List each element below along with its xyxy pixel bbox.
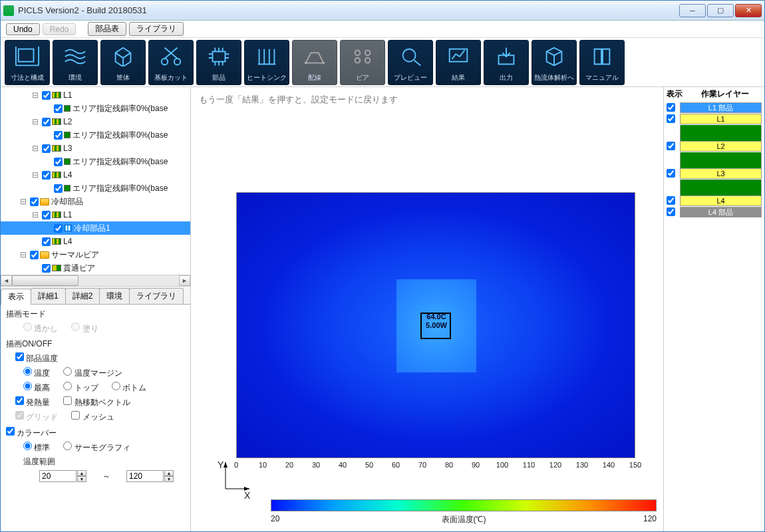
tree-node[interactable]: 貫通ビア: [1, 261, 190, 275]
tree-checkbox[interactable]: [42, 237, 51, 246]
tree-node[interactable]: エリア指定残銅率0%(base: [1, 155, 190, 168]
tree-checkbox[interactable]: [42, 211, 51, 219]
spin-up-icon[interactable]: ▲: [164, 470, 174, 476]
ribbon-parts[interactable]: 部品: [196, 40, 241, 85]
colorbar-title: 表面温度(℃): [442, 514, 486, 525]
bottom-radio[interactable]: [112, 382, 120, 390]
heat-vector-checkbox[interactable]: [63, 396, 72, 405]
heatmap[interactable]: 64.0C 5.00W: [236, 192, 635, 458]
ribbon-heatsink[interactable]: ヒートシンク: [244, 40, 289, 85]
tree-grn-icon: [64, 158, 71, 165]
tree-node[interactable]: ⊟L2: [1, 115, 190, 128]
ribbon-dimensions[interactable]: 寸法と構成: [5, 40, 50, 85]
titlebar[interactable]: PICLS Version2 - Build 20180531 ─ ▢ ✕: [1, 1, 764, 21]
minimize-button[interactable]: ─: [679, 4, 706, 17]
colorbar-checkbox[interactable]: [6, 427, 15, 436]
tree-node[interactable]: ⊟L1: [1, 88, 190, 102]
part-temp-checkbox[interactable]: [15, 352, 24, 361]
ribbon-environment[interactable]: 環境: [53, 40, 98, 85]
ribbon-output[interactable]: 出力: [484, 40, 529, 85]
layer-checkbox[interactable]: [667, 207, 675, 216]
ribbon-result[interactable]: 結果: [436, 40, 481, 85]
layer-item[interactable]: L1: [680, 114, 762, 124]
tree-node[interactable]: 冷却部品1: [1, 221, 190, 235]
undo-button[interactable]: Undo: [6, 23, 40, 35]
tree-checkbox[interactable]: [54, 131, 63, 140]
tree-node[interactable]: エリア指定残銅率0%(base: [1, 182, 190, 195]
layer-item[interactable]: L4: [680, 196, 762, 206]
tab-1[interactable]: 詳細1: [31, 288, 66, 304]
ribbon-preview[interactable]: プレビュー: [388, 40, 433, 85]
ribbon-label: 環境: [69, 73, 82, 82]
tree-twisty-icon[interactable]: ⊟: [30, 117, 41, 126]
tree-twisty-icon[interactable]: ⊟: [30, 170, 41, 180]
range-lo-input[interactable]: [39, 470, 76, 482]
tree-checkbox[interactable]: [42, 144, 51, 153]
tree-checkbox[interactable]: [30, 198, 39, 206]
tree-checkbox[interactable]: [54, 184, 63, 193]
tree-twisty-icon[interactable]: ⊟: [30, 210, 41, 219]
library-button[interactable]: ライブラリ: [129, 22, 184, 36]
tree-node[interactable]: ⊟L4: [1, 168, 190, 182]
layer-checkbox[interactable]: [667, 169, 675, 178]
ribbon-board-cut[interactable]: 基板カット: [148, 40, 194, 85]
tree-checkbox[interactable]: [30, 251, 39, 259]
tree-checkbox[interactable]: [54, 224, 63, 233]
tree-twisty-icon[interactable]: ⊟: [30, 144, 41, 153]
heat-checkbox[interactable]: [15, 396, 24, 405]
maximize-button[interactable]: ▢: [707, 4, 734, 17]
layer-item[interactable]: L1 部品: [680, 102, 762, 113]
tree-hscrollbar[interactable]: ◄ ►: [1, 275, 190, 286]
layer-checkbox[interactable]: [667, 196, 675, 205]
tab-4[interactable]: ライブラリ: [129, 288, 184, 304]
tree-node[interactable]: ⊟L1: [1, 208, 190, 221]
tree-node[interactable]: ⊟サーマルビア: [1, 248, 190, 261]
top-radio[interactable]: [63, 382, 72, 390]
tab-0[interactable]: 表示: [1, 289, 31, 305]
tree-twisty-icon[interactable]: ⊟: [30, 90, 41, 100]
parts-list-button[interactable]: 部品表: [88, 22, 126, 36]
ribbon-label: 結果: [452, 73, 465, 82]
tab-2[interactable]: 詳細2: [65, 288, 100, 304]
tree-checkbox[interactable]: [42, 171, 51, 180]
spin-down-icon[interactable]: ▼: [164, 476, 174, 482]
spin-up-icon[interactable]: ▲: [77, 470, 86, 476]
layer-checkbox[interactable]: [667, 114, 675, 123]
tab-3[interactable]: 環境: [99, 288, 130, 304]
scroll-right-icon[interactable]: ►: [179, 275, 190, 286]
scroll-thumb[interactable]: [12, 275, 78, 286]
mesh-checkbox[interactable]: [71, 411, 80, 420]
tree-twisty-icon[interactable]: ⊟: [18, 197, 29, 206]
tree-panel[interactable]: ⊟L1エリア指定残銅率0%(base⊟L2エリア指定残銅率0%(base⊟L3エ…: [1, 87, 190, 287]
board-cut-icon: [158, 45, 184, 67]
tree-node[interactable]: エリア指定残銅率0%(base: [1, 102, 190, 115]
tree-checkbox[interactable]: [42, 91, 51, 100]
ribbon-manual[interactable]: マニュアル: [579, 40, 625, 85]
viewport[interactable]: もう一度「結果」を押すと、設定モードに戻ります 64.0C 5.00W 0102…: [191, 87, 663, 531]
tree-node[interactable]: ⊟冷却部品: [1, 195, 190, 208]
tree-node[interactable]: エリア指定残銅率0%(base: [1, 128, 190, 142]
spin-down-icon[interactable]: ▼: [77, 476, 86, 482]
layer-item[interactable]: L4 部品: [680, 207, 762, 217]
standard-radio[interactable]: [23, 442, 32, 450]
layer-item[interactable]: L3: [680, 168, 762, 179]
temp-radio[interactable]: [23, 367, 32, 376]
ribbon-to-cfd[interactable]: 熱流体解析へ: [532, 40, 577, 85]
tree-checkbox[interactable]: [42, 118, 51, 126]
max-radio[interactable]: [23, 382, 32, 390]
close-button[interactable]: ✕: [735, 4, 762, 17]
ribbon-enclosure[interactable]: 筐体: [100, 40, 146, 85]
tree-checkbox[interactable]: [42, 264, 51, 273]
tree-node[interactable]: L4: [1, 235, 190, 248]
layer-item[interactable]: L2: [680, 141, 762, 152]
tree-checkbox[interactable]: [54, 104, 63, 113]
tree-twisty-icon[interactable]: ⊟: [18, 250, 29, 259]
temp-margin-radio[interactable]: [63, 367, 72, 376]
thermography-radio[interactable]: [63, 442, 72, 450]
layer-checkbox[interactable]: [667, 142, 675, 150]
layer-checkbox[interactable]: [667, 103, 675, 112]
tree-checkbox[interactable]: [54, 158, 63, 166]
tree-node[interactable]: ⊟L3: [1, 142, 190, 155]
range-hi-input[interactable]: [126, 470, 164, 482]
scroll-left-icon[interactable]: ◄: [1, 275, 12, 286]
